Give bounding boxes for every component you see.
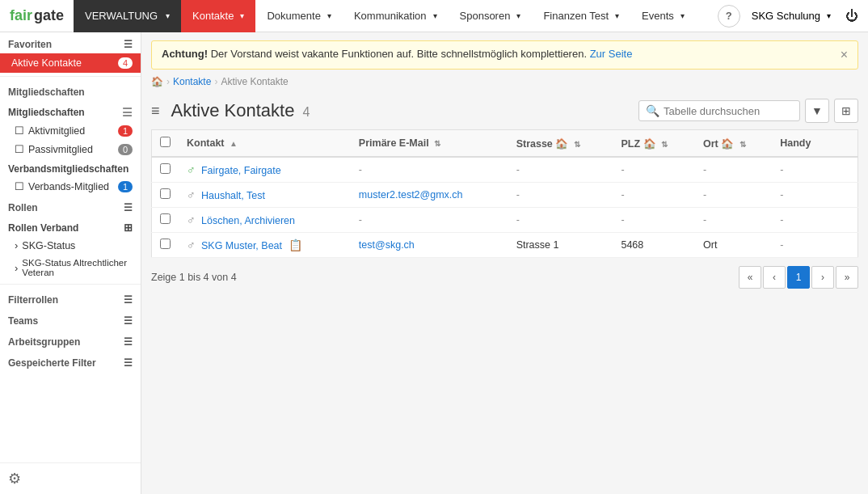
col-kontakt[interactable]: Kontakt ▲ [179,130,351,158]
person-icon: ♂ [187,213,196,226]
alert-close-button[interactable]: × [841,48,848,62]
nav-item-events[interactable]: Events ▾ [630,0,696,32]
pagination-first-button[interactable]: « [739,266,761,289]
filter-icon: ▼ [811,104,823,117]
search-box: 🔍 [638,100,800,121]
col-plz[interactable]: PLZ 🏠 ⇅ [613,130,695,158]
person-icon: ♂ [187,188,196,201]
row-extra-icon: 📋 [289,239,302,251]
sidebar-settings-button[interactable]: ⚙ [8,470,21,488]
sidebar: Favoriten ☰ Aktive Kontakte 4 Mitgliedsc… [0,32,141,494]
menu-icon[interactable]: ≡ [151,103,160,120]
nav-item-sponsoren[interactable]: Sponsoren ▾ [449,0,533,32]
email-sort-icon: ⇅ [434,139,440,148]
logo: fairgate [0,7,74,24]
alert-text: Achtung! Der Vorstand weist vakante Funk… [162,48,632,60]
col-strasse[interactable]: Strasse 🏠 ⇅ [508,130,613,158]
alert-link[interactable]: Zur Seite [590,48,633,60]
nav-item-finanzen[interactable]: Finanzen Test ▾ [532,0,630,32]
search-icon: 🔍 [646,104,659,117]
sidebar-arbeitsgruppen-header[interactable]: Arbeitsgruppen ☰ [0,330,141,351]
row-checkbox[interactable] [160,239,171,249]
row-ort-cell: - [695,183,772,208]
row-plz-cell: 5468 [613,233,695,258]
sidebar-mitgliedschaften-group[interactable]: Mitgliedschaften [0,80,141,101]
pagination-prev-button[interactable]: ‹ [763,266,786,289]
sidebar-gespeicherte-filter-header[interactable]: Gespeicherte Filter ☰ [0,351,141,372]
user-button[interactable]: SKG Schulung ▾ [744,6,839,25]
verwaltung-caret-icon: ▾ [166,11,170,20]
pagination-next-button[interactable]: › [811,266,834,289]
row-email-cell: - [351,208,508,233]
col-ort[interactable]: Ort 🏠 ⇅ [695,130,772,158]
row-checkbox-cell [152,233,179,258]
select-all-checkbox[interactable] [160,137,171,147]
row-plz-cell: - [613,183,695,208]
row-handy-cell: - [772,233,833,258]
aktivmitglied-badge: 1 [118,125,133,137]
sidebar-rollen-verband-header[interactable]: Rollen Verband ⊞ [0,217,141,236]
pagination-last-button[interactable]: » [836,266,858,289]
rollen-verband-grid-icon: ⊞ [124,222,133,234]
sidebar-item-active-contacts[interactable]: Aktive Kontakte 4 [0,53,141,73]
row-name-link[interactable]: Fairgate, Fairgate [201,165,281,176]
row-strasse-cell: - [508,208,613,233]
nav-item-kontakte[interactable]: Kontakte ▾ [181,0,255,32]
row-checkbox[interactable] [160,213,171,224]
col-email[interactable]: Primäre E-Mail ⇅ [351,130,508,158]
person-icon: ♂ [187,163,196,176]
help-button[interactable]: ? [718,5,740,27]
row-name-link[interactable]: SKG Muster, Beat [201,240,282,251]
sidebar-item-passivmitglied[interactable]: ☐ Passivmitglied 0 [0,140,141,158]
pagination-buttons: « ‹ 1 › » [739,266,858,289]
sidebar-verbandsmitgliedschaften-section[interactable]: Verbandsmitgliedschaften [0,158,141,177]
top-nav-right: ? SKG Schulung ▾ ⏻ [718,5,868,27]
table-row: ♂ Fairgate, Fairgate - - - - - [152,157,858,183]
kontakt-sort-icon: ▲ [230,139,238,148]
col-actions [834,130,858,158]
row-ort-cell: Ort [695,233,772,258]
sidebar-mitgliedschaften-section[interactable]: Mitgliedschaften ☰ [0,101,141,121]
logout-button[interactable]: ⏻ [842,6,862,27]
row-name-cell: ♂ Fairgate, Fairgate [179,157,351,183]
sidebar-item-verbands-mitglied[interactable]: ☐ Verbands-Mitglied 1 [0,177,141,196]
plz-sort-icon: ⇅ [661,140,668,149]
row-name-link[interactable]: Haushalt, Test [201,190,265,201]
sidebar-item-aktivmitglied[interactable]: ☐ Aktivmitglied 1 [0,121,141,140]
nav-item-kommunikation[interactable]: Kommunikation ▾ [343,0,449,32]
columns-icon: ⊞ [841,104,851,117]
finanzen-caret-icon: ▾ [615,11,619,20]
sidebar-filterrollen-header[interactable]: Filterrollen ☰ [0,288,141,309]
table-row: ♂ Haushalt, Test muster2.test2@gmx.ch - … [152,183,858,208]
row-checkbox-cell [152,157,179,183]
passivmitglied-icon: ☐ [15,143,24,155]
sidebar-item-skg-status-alt[interactable]: › SKG-Status Altrechtlicher Veteran [0,255,141,281]
pagination-page-1-button[interactable]: 1 [787,266,810,289]
breadcrumb-kontakte-link[interactable]: Kontakte [173,76,211,87]
col-handy: Handy [772,130,833,158]
sidebar-rollen-header[interactable]: Rollen ☰ [0,196,141,217]
verwaltung-button[interactable]: VERWALTUNG ▾ [74,0,181,32]
main-content: Achtung! Der Vorstand weist vakante Funk… [141,32,868,494]
nav-item-dokumente[interactable]: Dokumente ▾ [255,0,342,32]
person-icon: ♂ [187,239,196,251]
row-email-link[interactable]: muster2.test2@gmx.ch [359,189,463,201]
row-email-cell: test@skg.ch [351,233,508,258]
row-plz-cell: - [613,157,695,183]
row-checkbox[interactable] [160,188,171,199]
pagination-info: Zeige 1 bis 4 von 4 [151,272,237,283]
row-action-cell [834,208,858,233]
row-checkbox[interactable] [160,163,171,174]
search-input[interactable] [664,105,793,117]
columns-button[interactable]: ⊞ [834,99,858,123]
verbands-mitglied-icon: ☐ [15,180,24,192]
row-name-link[interactable]: Löschen, Archivieren [201,215,295,226]
page-header: ≡ Aktive Kontakte 4 🔍 ▼ ⊞ [141,94,868,129]
filter-button[interactable]: ▼ [805,99,829,123]
breadcrumb-home-link[interactable]: 🏠 [151,76,163,87]
row-email-link[interactable]: test@skg.ch [359,239,415,251]
sidebar-teams-header[interactable]: Teams ☰ [0,309,141,330]
sidebar-item-skg-status[interactable]: › SKG-Status [0,236,141,255]
sidebar-favorites-header[interactable]: Favoriten ☰ [0,32,141,53]
row-checkbox-cell [152,183,179,208]
